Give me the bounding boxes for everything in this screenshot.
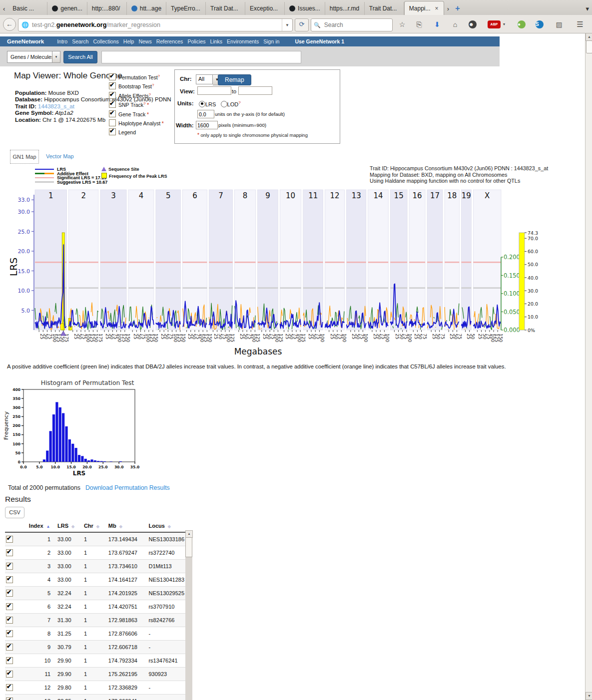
use-genenetwork1-link[interactable]: Use GeneNetwork 1 <box>295 38 344 44</box>
browser-tab[interactable]: Mappi...× <box>404 1 444 15</box>
units-help[interactable]: ? <box>238 100 240 105</box>
bookmark-star-icon[interactable]: ☆ <box>397 19 408 29</box>
back-button[interactable]: ← <box>3 18 16 31</box>
checkbox-allele-effects[interactable] <box>109 92 116 99</box>
browser-tab[interactable]: https...r.md <box>325 2 365 15</box>
url-bar[interactable]: 🌐 test-gn2.genenetwork.org/marker_regres… <box>18 18 293 31</box>
site-identity-icon[interactable]: 🌐 <box>21 21 29 28</box>
row-checkbox[interactable] <box>6 657 13 664</box>
view-from-input[interactable] <box>197 86 231 95</box>
row-checkbox[interactable] <box>6 536 13 543</box>
sort-icon[interactable]: ◆ <box>119 524 122 529</box>
row-checkbox[interactable] <box>6 671 13 678</box>
row-checkbox[interactable] <box>6 617 13 624</box>
table-scrollbar[interactable]: ▲ <box>185 530 192 700</box>
feedback-icon[interactable]: ☻ <box>469 20 477 28</box>
column-header-chr[interactable]: Chr◆ <box>83 521 107 532</box>
tab-dropdown-button[interactable]: ▾ <box>583 2 592 15</box>
browser-tab[interactable]: Trait Dat... <box>206 2 245 15</box>
table-scrollbar-thumb[interactable] <box>185 537 192 557</box>
reload-button[interactable]: ⟳ <box>295 18 309 31</box>
checkbox-snp-track[interactable] <box>109 101 116 108</box>
row-checkbox[interactable] <box>6 590 13 597</box>
search-category-select[interactable]: Genes / Molecules <box>7 51 56 63</box>
browser-tab[interactable]: TypeErro... <box>166 2 206 15</box>
column-header-lrs[interactable]: LRS◆ <box>56 521 83 532</box>
column-header-locus[interactable]: Locus◆ <box>147 521 185 532</box>
nav-link-help[interactable]: Help <box>123 38 134 44</box>
browser-search-field[interactable]: 🔍 <box>311 18 393 31</box>
adblock-caret-icon[interactable]: ▾ <box>502 19 507 29</box>
nav-link-intro[interactable]: Intro <box>57 38 67 44</box>
nav-link-sign-in[interactable]: Sign in <box>263 38 279 44</box>
bookmarks-sidebar-icon[interactable]: ⎘ <box>414 19 425 29</box>
lod-radio[interactable] <box>221 101 227 107</box>
browser-tab[interactable]: htt...age <box>127 2 166 15</box>
checkbox-gene-track[interactable] <box>109 110 116 117</box>
nav-link-policies[interactable]: Policies <box>187 38 205 44</box>
extension-green-icon[interactable]: ● <box>518 20 526 28</box>
nav-link-references[interactable]: References <box>156 38 183 44</box>
row-checkbox[interactable] <box>6 563 13 570</box>
row-checkbox[interactable] <box>6 684 13 691</box>
download-permutation-link[interactable]: Download Permutation Results <box>85 484 170 491</box>
checkbox-legend[interactable] <box>109 128 116 135</box>
page-scrollbar[interactable]: ▲ ▼ <box>585 33 592 700</box>
table-scroll-up-icon[interactable]: ▲ <box>185 530 193 538</box>
checkbox-haplotype-analyst[interactable] <box>109 119 116 126</box>
width-input[interactable] <box>196 121 218 129</box>
yaxis-units-input[interactable] <box>197 110 214 118</box>
checkbox-bootstrap-test[interactable] <box>109 82 116 89</box>
trait-field-value[interactable]: 1443823_s_at <box>36 103 74 109</box>
sort-icon[interactable]: ◆ <box>168 524 171 529</box>
tab-gn1-map[interactable]: GN1 Map <box>10 150 39 164</box>
nav-link-links[interactable]: Links <box>210 38 223 44</box>
tab-close-icon[interactable]: × <box>435 5 438 12</box>
row-checkbox[interactable] <box>6 630 13 637</box>
adblock-icon[interactable]: ABP <box>488 20 501 28</box>
home-icon[interactable]: ⌂ <box>450 19 461 29</box>
view-to-input[interactable] <box>238 86 272 95</box>
sort-icon[interactable]: ◆ <box>96 524 99 529</box>
tab-scroll-left[interactable]: ‹ <box>0 2 8 15</box>
edit-page-icon[interactable]: ▨ <box>554 19 565 29</box>
scroll-down-icon[interactable]: ▼ <box>586 692 592 700</box>
row-checkbox[interactable] <box>6 644 13 651</box>
browser-tab[interactable]: Exceptio... <box>245 2 285 15</box>
column-header-mb[interactable]: Mb◆ <box>107 521 148 532</box>
s-logo-icon[interactable]: S <box>536 20 544 28</box>
browser-tab[interactable]: Issues... <box>285 2 325 15</box>
new-tab-button[interactable]: + <box>452 2 463 15</box>
search-all-button[interactable]: Search All <box>63 51 97 63</box>
sort-icon[interactable]: ◆ <box>71 524 74 529</box>
row-checkbox[interactable] <box>6 603 13 610</box>
column-header-index[interactable]: Index▲ <box>28 521 56 532</box>
lrs-radio[interactable] <box>199 101 205 107</box>
remap-button[interactable]: Remap <box>218 74 251 85</box>
help-icon[interactable]: ? <box>152 83 154 87</box>
tab-scroll-right[interactable]: › <box>444 2 452 15</box>
browser-tab[interactable]: http:...880/ <box>87 2 127 15</box>
browser-tab[interactable]: Trait Dat... <box>365 2 404 15</box>
downloads-icon[interactable]: ⬇ <box>432 19 443 29</box>
tab-vector-map[interactable]: Vector Map <box>46 153 74 159</box>
row-checkbox[interactable] <box>6 698 13 700</box>
nav-link-collections[interactable]: Collections <box>93 38 118 44</box>
browser-search-input[interactable] <box>323 21 385 29</box>
nav-link-search[interactable]: Search <box>72 38 88 44</box>
row-checkbox[interactable] <box>6 549 13 556</box>
help-icon[interactable]: ? <box>149 92 151 96</box>
scrollbar-thumb[interactable] <box>586 40 592 53</box>
nav-link-news[interactable]: News <box>138 38 151 44</box>
csv-button[interactable]: CSV <box>5 507 24 518</box>
browser-tab[interactable]: Basic ... <box>8 2 47 15</box>
row-checkbox[interactable] <box>6 576 13 583</box>
scroll-up-icon[interactable]: ▲ <box>586 33 592 41</box>
url-history-caret[interactable]: ▼ <box>282 19 292 31</box>
nav-link-environments[interactable]: Environments <box>227 38 259 44</box>
help-icon[interactable]: ? <box>158 74 160 78</box>
search-category-caret-icon[interactable]: ▾ <box>52 51 60 63</box>
quick-search-input[interactable] <box>101 51 301 63</box>
sort-icon[interactable]: ▲ <box>46 524 50 529</box>
checkbox-permutation-test[interactable] <box>109 73 116 80</box>
